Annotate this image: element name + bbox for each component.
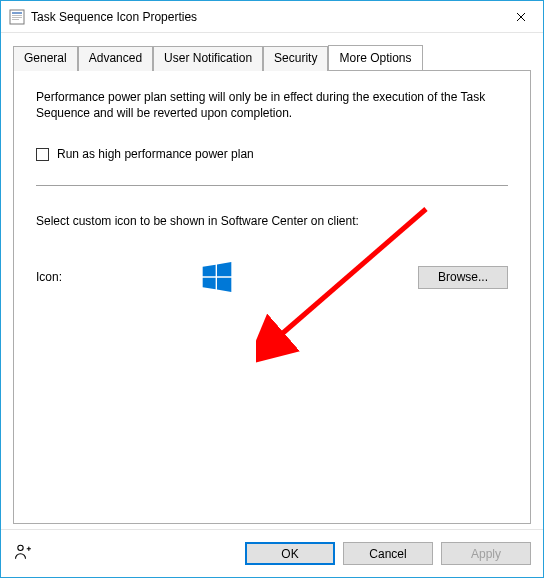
person-icon	[13, 542, 33, 565]
cancel-button[interactable]: Cancel	[343, 542, 433, 565]
svg-rect-4	[12, 19, 19, 20]
tab-more-options[interactable]: More Options	[328, 45, 422, 70]
dialog-buttons: OK Cancel Apply	[245, 542, 531, 565]
selected-icon-preview	[202, 262, 252, 292]
checkbox-label: Run as high performance power plan	[57, 147, 254, 161]
content-area: General Advanced User Notification Secur…	[13, 45, 531, 521]
tab-security[interactable]: Security	[263, 46, 328, 71]
icon-row: Icon: Browse...	[36, 262, 508, 292]
tab-panel-more-options: Performance power plan setting will only…	[13, 70, 531, 524]
icon-field-label: Icon:	[36, 270, 202, 284]
app-icon	[9, 9, 25, 25]
svg-rect-3	[12, 17, 22, 18]
ok-button[interactable]: OK	[245, 542, 335, 565]
window-title: Task Sequence Icon Properties	[31, 10, 499, 24]
tab-user-notification[interactable]: User Notification	[153, 46, 263, 71]
divider	[36, 185, 508, 186]
power-plan-description: Performance power plan setting will only…	[36, 89, 508, 121]
titlebar: Task Sequence Icon Properties	[1, 1, 543, 33]
tab-general[interactable]: General	[13, 46, 78, 71]
high-perf-checkbox[interactable]: Run as high performance power plan	[36, 147, 508, 161]
checkbox-icon	[36, 148, 49, 161]
browse-button[interactable]: Browse...	[418, 266, 508, 289]
svg-rect-2	[12, 15, 22, 16]
svg-marker-8	[217, 278, 231, 292]
svg-marker-5	[203, 265, 216, 277]
tab-advanced[interactable]: Advanced	[78, 46, 153, 71]
tabstrip: General Advanced User Notification Secur…	[13, 45, 531, 70]
dialog-footer: OK Cancel Apply	[1, 529, 543, 577]
apply-button: Apply	[441, 542, 531, 565]
svg-marker-6	[217, 262, 231, 276]
icon-section-label: Select custom icon to be shown in Softwa…	[36, 214, 508, 228]
windows-logo-icon	[202, 262, 232, 292]
svg-marker-7	[203, 278, 216, 290]
close-icon	[516, 12, 526, 22]
close-button[interactable]	[499, 2, 543, 32]
svg-point-11	[18, 545, 23, 550]
svg-rect-1	[12, 12, 22, 14]
